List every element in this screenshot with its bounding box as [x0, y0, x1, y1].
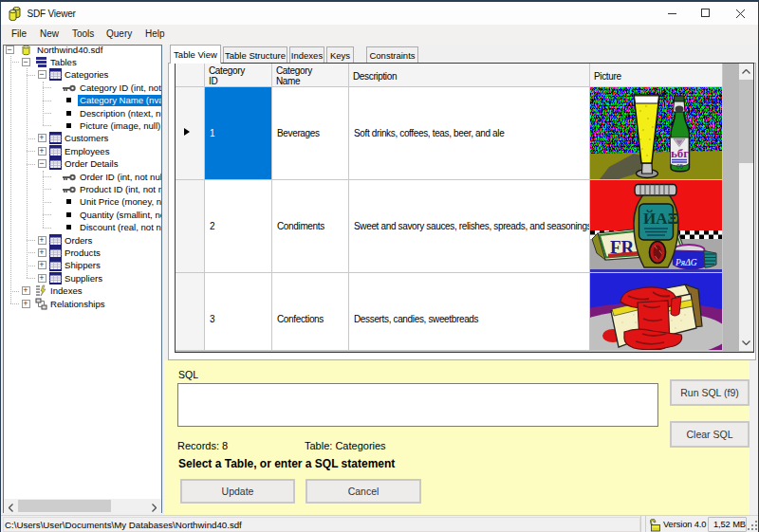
svg-text:PяΔG: PяΔG	[675, 258, 697, 267]
svg-text:ьбг: ьбг	[671, 146, 689, 160]
svg-text:05: 05	[676, 163, 684, 170]
svg-text:ЙАΞ: ЙАΞ	[643, 210, 678, 228]
